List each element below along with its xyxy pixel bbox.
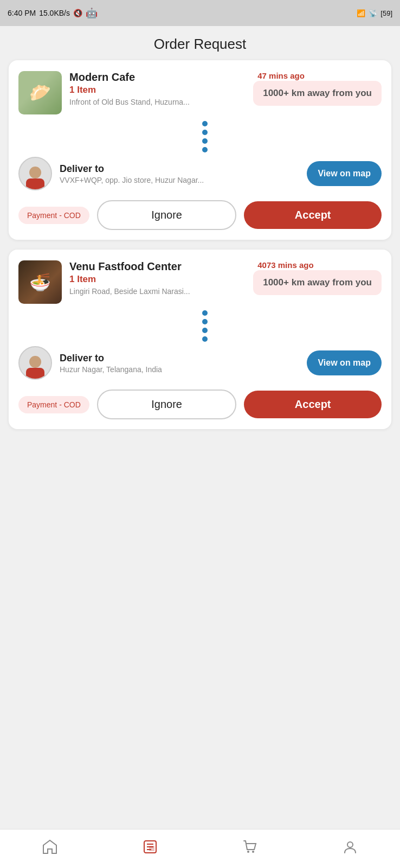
- restaurant-row-1: 🥟 Modern Cafe 1 Item Infront of Old Bus …: [18, 71, 382, 114]
- orders-list: 🥟 Modern Cafe 1 Item Infront of Old Bus …: [0, 60, 400, 636]
- deliver-address-2: Huzur Nagar, Telangana, India: [60, 365, 299, 374]
- restaurant-image-1: 🥟: [18, 71, 62, 114]
- dot-2a: [202, 310, 208, 316]
- nav-cart[interactable]: [200, 839, 300, 859]
- avatar-head-2: [29, 356, 41, 368]
- payment-badge-1: Payment - COD: [18, 207, 89, 224]
- dot-1b: [202, 130, 208, 135]
- restaurant-top-2: Venu Fastfood Center 1 Item Lingiri Road…: [69, 260, 382, 296]
- customer-avatar-1: [18, 157, 52, 190]
- item-count-1: 1 Item: [69, 85, 190, 95]
- dot-2c: [202, 328, 208, 333]
- order-card-2: 🍜 Venu Fastfood Center 1 Item Lingiri Ro…: [9, 250, 391, 429]
- restaurant-image-2: 🍜: [18, 260, 62, 304]
- accept-button-2[interactable]: Accept: [244, 391, 382, 418]
- deliver-info-1: Deliver to VVXF+WQP, opp. Jio store, Huz…: [60, 163, 299, 184]
- customer-avatar-2: [18, 346, 52, 380]
- action-row-1: Payment - COD Ignore Accept: [18, 200, 382, 230]
- orders-icon: [142, 839, 158, 859]
- dot-1c: [202, 138, 208, 144]
- time-label: 6:40 PM: [8, 9, 36, 17]
- nav-home[interactable]: [0, 839, 100, 859]
- deliver-label-2: Deliver to: [60, 353, 299, 364]
- restaurant-info-1: Modern Cafe 1 Item Infront of Old Bus St…: [69, 71, 382, 106]
- restaurant-name-1: Modern Cafe: [69, 71, 190, 84]
- svg-point-6: [252, 851, 254, 853]
- status-right: 📶 📡 [59]: [357, 9, 392, 17]
- distance-badge-2: 1000+ km away from you: [253, 270, 382, 295]
- network-speed: 15.0KB/s: [39, 9, 70, 17]
- restaurant-info-2: Venu Fastfood Center 1 Item Lingiri Road…: [69, 260, 382, 296]
- deliver-label-1: Deliver to: [60, 163, 299, 175]
- deliver-info-2: Deliver to Huzur Nagar, Telangana, India: [60, 353, 299, 374]
- view-map-button-2[interactable]: View on map: [307, 350, 382, 375]
- accept-button-1[interactable]: Accept: [244, 201, 382, 229]
- mute-icon: 🔇: [73, 9, 82, 17]
- cart-icon: [242, 839, 258, 859]
- dot-2d: [202, 336, 208, 342]
- dotted-line-2: [28, 310, 382, 342]
- home-icon: [42, 839, 58, 859]
- deliver-row-2: Deliver to Huzur Nagar, Telangana, India…: [18, 346, 382, 380]
- bottom-nav: [0, 829, 400, 868]
- restaurant-name-2: Venu Fastfood Center: [69, 260, 190, 273]
- status-bar: 6:40 PM 15.0KB/s 🔇 🤖 📶 📡 [59]: [0, 0, 400, 26]
- order-card-1: 🥟 Modern Cafe 1 Item Infront of Old Bus …: [9, 60, 391, 240]
- svg-point-5: [247, 851, 249, 853]
- time-ago-1: 47 mins ago 1000+ km away from you: [253, 71, 382, 106]
- avatar-head-1: [29, 167, 41, 178]
- svg-rect-4: [149, 846, 154, 851]
- distance-badge-1: 1000+ km away from you: [253, 81, 382, 106]
- dotted-line-1: [28, 121, 382, 152]
- restaurant-address-2: Lingiri Road, Beside Laxmi Narasi...: [69, 287, 190, 296]
- action-row-2: Payment - COD Ignore Accept: [18, 390, 382, 419]
- payment-badge-2: Payment - COD: [18, 396, 89, 413]
- dot-1d: [202, 147, 208, 152]
- battery-label: [59]: [380, 9, 392, 17]
- ignore-button-1[interactable]: Ignore: [97, 200, 237, 230]
- deliver-address-1: VVXF+WQP, opp. Jio store, Huzur Nagar...: [60, 176, 299, 184]
- profile-icon: [342, 839, 358, 859]
- nav-orders[interactable]: [100, 839, 201, 859]
- svg-point-7: [347, 842, 353, 847]
- deliver-row-1: Deliver to VVXF+WQP, opp. Jio store, Huz…: [18, 157, 382, 190]
- avatar-torso-2: [26, 368, 44, 379]
- signal-icon: 📡: [369, 9, 377, 17]
- item-count-2: 1 Item: [69, 274, 190, 285]
- dot-1a: [202, 121, 208, 126]
- avatar-torso-1: [26, 178, 44, 189]
- page-title: Order Request: [0, 26, 400, 60]
- ignore-button-2[interactable]: Ignore: [97, 390, 237, 419]
- restaurant-row-2: 🍜 Venu Fastfood Center 1 Item Lingiri Ro…: [18, 260, 382, 304]
- android-icon: 🤖: [86, 7, 98, 19]
- status-left: 6:40 PM 15.0KB/s 🔇 🤖: [8, 7, 98, 19]
- restaurant-top-1: Modern Cafe 1 Item Infront of Old Bus St…: [69, 71, 382, 106]
- wifi-icon: 📶: [357, 9, 365, 17]
- view-map-button-1[interactable]: View on map: [307, 161, 382, 186]
- nav-profile[interactable]: [300, 839, 401, 859]
- dot-2b: [202, 319, 208, 324]
- time-ago-2: 4073 mins ago 1000+ km away from you: [253, 260, 382, 295]
- restaurant-address-1: Infront of Old Bus Stand, Huzurna...: [69, 98, 190, 106]
